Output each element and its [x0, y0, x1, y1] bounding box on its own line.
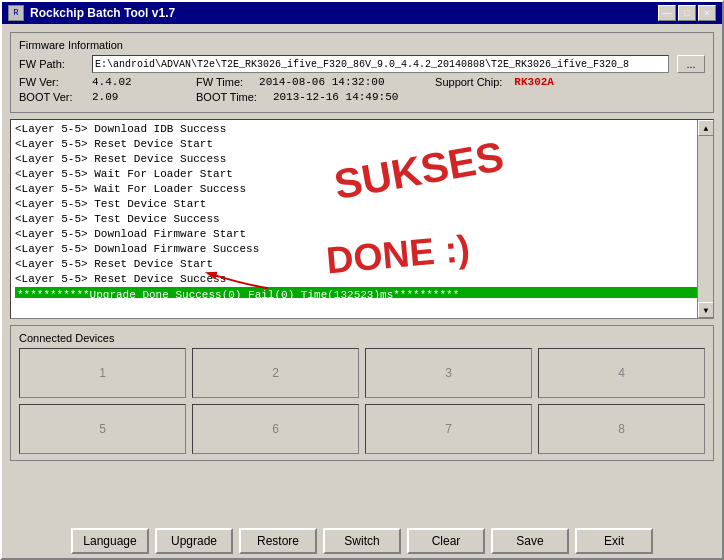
log-line: <Layer 5-5> Reset Device Success	[15, 152, 709, 167]
main-window: R Rockchip Batch Tool v1.7 — □ × Firmwar…	[0, 0, 724, 560]
log-line: <Layer 5-5> Wait For Loader Success	[15, 182, 709, 197]
boot-ver-label: BOOT Ver:	[19, 91, 84, 103]
log-line: <Layer 5-5> Reset Device Start	[15, 137, 709, 152]
boot-time-value: 2013-12-16 14:49:50	[273, 91, 398, 103]
log-line: <Layer 5-5> Reset Device Start	[15, 257, 709, 272]
fw-ver-row: FW Ver: 4.4.02 FW Time: 2014-08-06 14:32…	[19, 76, 705, 88]
upgrade-button[interactable]: Upgrade	[155, 528, 233, 554]
close-button[interactable]: ×	[698, 5, 716, 21]
scroll-up-button[interactable]: ▲	[698, 120, 714, 136]
log-line: <Layer 5-5> Download Firmware Start	[15, 227, 709, 242]
fw-path-row: FW Path: ...	[19, 55, 705, 73]
fw-path-label: FW Path:	[19, 58, 84, 70]
support-chip-value: RK302A	[514, 76, 554, 88]
title-bar: R Rockchip Batch Tool v1.7 — □ ×	[2, 2, 722, 24]
fw-time-value: 2014-08-06 14:32:00	[259, 76, 419, 88]
log-line: <Layer 5-5> Test Device Success	[15, 212, 709, 227]
bottom-buttons: Language Upgrade Restore Switch Clear Sa…	[2, 524, 722, 558]
exit-button[interactable]: Exit	[575, 528, 653, 554]
firmware-section: Firmware Information FW Path: ... FW Ver…	[10, 32, 714, 113]
maximize-button[interactable]: □	[678, 5, 696, 21]
boot-time-label: BOOT Time:	[196, 91, 257, 103]
device-button-2[interactable]: 2	[192, 348, 359, 398]
language-button[interactable]: Language	[71, 528, 149, 554]
content-area: Firmware Information FW Path: ... FW Ver…	[2, 24, 722, 524]
devices-grid: 12345678	[19, 348, 705, 454]
boot-ver-row: BOOT Ver: 2.09 BOOT Time: 2013-12-16 14:…	[19, 91, 705, 103]
save-button[interactable]: Save	[491, 528, 569, 554]
connected-section: Connected Devices 12345678	[10, 325, 714, 461]
device-button-6[interactable]: 6	[192, 404, 359, 454]
log-line: <Layer 5-5> Download IDB Success	[15, 122, 709, 137]
log-scrollbar: ▲ ▼	[697, 120, 713, 318]
restore-button[interactable]: Restore	[239, 528, 317, 554]
support-chip-label: Support Chip:	[435, 76, 502, 88]
scroll-down-button[interactable]: ▼	[698, 302, 714, 318]
window-title: Rockchip Batch Tool v1.7	[30, 6, 175, 20]
device-button-8[interactable]: 8	[538, 404, 705, 454]
log-line: <Layer 5-5> Wait For Loader Start	[15, 167, 709, 182]
device-button-1[interactable]: 1	[19, 348, 186, 398]
log-line: <Layer 5-5> Reset Device Success	[15, 272, 709, 287]
device-button-7[interactable]: 7	[365, 404, 532, 454]
fw-time-label: FW Time:	[196, 76, 243, 88]
switch-button[interactable]: Switch	[323, 528, 401, 554]
connected-devices-label: Connected Devices	[19, 332, 705, 344]
log-success-line: ***********Upgrade Done Success(0) Fail(…	[15, 287, 709, 298]
scroll-track	[698, 136, 713, 302]
log-content: <Layer 5-5> Download IDB Success<Layer 5…	[11, 120, 713, 298]
title-buttons: — □ ×	[658, 5, 716, 21]
fw-path-input[interactable]	[92, 55, 669, 73]
log-area: <Layer 5-5> Download IDB Success<Layer 5…	[10, 119, 714, 319]
title-bar-left: R Rockchip Batch Tool v1.7	[8, 5, 175, 21]
minimize-button[interactable]: —	[658, 5, 676, 21]
log-line: <Layer 5-5> Test Device Start	[15, 197, 709, 212]
device-button-5[interactable]: 5	[19, 404, 186, 454]
fw-ver-label: FW Ver:	[19, 76, 84, 88]
device-button-3[interactable]: 3	[365, 348, 532, 398]
firmware-section-label: Firmware Information	[19, 39, 705, 51]
device-button-4[interactable]: 4	[538, 348, 705, 398]
browse-button[interactable]: ...	[677, 55, 705, 73]
fw-ver-value: 4.4.02	[92, 76, 172, 88]
app-icon: R	[8, 5, 24, 21]
clear-button[interactable]: Clear	[407, 528, 485, 554]
log-line: <Layer 5-5> Download Firmware Success	[15, 242, 709, 257]
boot-ver-value: 2.09	[92, 91, 172, 103]
